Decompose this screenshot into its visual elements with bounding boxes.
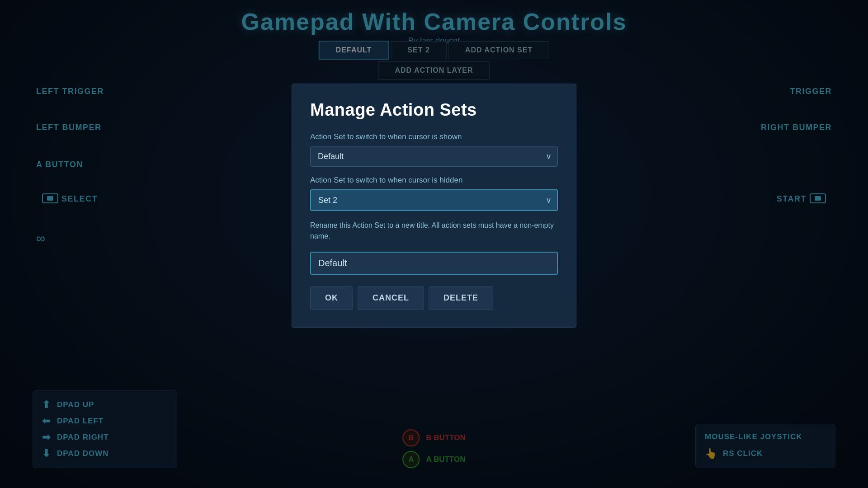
- ok-button[interactable]: OK: [310, 286, 353, 310]
- cursor-shown-label: Action Set to switch to when cursor is s…: [310, 132, 558, 141]
- manage-action-sets-modal: Manage Action Sets Action Set to switch …: [292, 84, 576, 328]
- modal-title: Manage Action Sets: [310, 100, 558, 120]
- modal-buttons: OK CANCEL DELETE: [310, 286, 558, 310]
- cursor-hidden-select[interactable]: Default Set 2: [310, 189, 558, 211]
- action-set-name-input[interactable]: [310, 252, 558, 275]
- cursor-hidden-label: Action Set to switch to when cursor is h…: [310, 176, 558, 185]
- cursor-shown-select[interactable]: Default Set 2: [310, 146, 558, 167]
- cancel-button[interactable]: CANCEL: [358, 286, 424, 310]
- cursor-hidden-select-wrapper: Default Set 2 ∨: [310, 189, 558, 211]
- rename-note: Rename this Action Set to a new title. A…: [310, 220, 558, 242]
- cursor-shown-select-wrapper: Default Set 2 ∨: [310, 146, 558, 167]
- delete-button[interactable]: DELETE: [429, 286, 493, 310]
